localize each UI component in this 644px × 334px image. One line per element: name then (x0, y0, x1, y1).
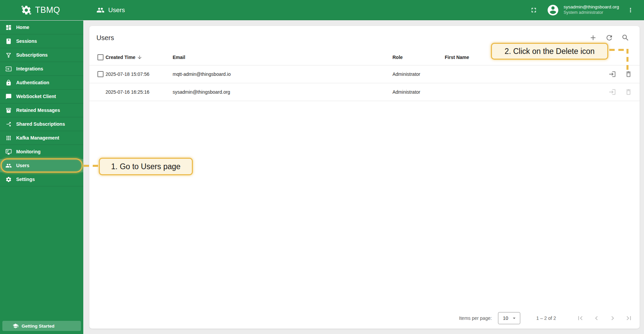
page-title: Users (96, 34, 114, 42)
select-all-checkbox[interactable] (97, 54, 104, 60)
annotation-callout-step1: 1. Go to Users page (99, 158, 193, 175)
sidebar-item-websocket-client[interactable]: WebSocket Client (0, 90, 83, 103)
sidebar-item-users[interactable]: Users (0, 159, 83, 173)
refresh-button[interactable] (603, 31, 616, 44)
apps-grid-icon (5, 134, 12, 141)
sidebar-item-label: Home (16, 25, 29, 30)
sidebar-item-kafka-management[interactable]: Kafka Management (0, 131, 83, 145)
users-group-icon (5, 162, 12, 169)
sidebar-item-label: WebSocket Client (16, 94, 56, 99)
sidebar-item-shared-subscriptions[interactable]: Shared Subscriptions (0, 117, 83, 131)
previous-page-button[interactable] (590, 311, 603, 325)
archive-icon (5, 107, 12, 114)
fullscreen-button[interactable] (527, 3, 540, 17)
add-user-button[interactable] (586, 31, 600, 44)
annotation-step1-text: 1. Go to Users page (111, 162, 181, 171)
next-page-button[interactable] (606, 311, 619, 325)
breadcrumb-label: Users (108, 6, 125, 14)
sidebar-item-label: Integrations (16, 66, 43, 71)
page-range-label: 1 – 2 of 2 (536, 315, 556, 321)
search-button[interactable] (619, 31, 632, 44)
user-role: System administrator (563, 10, 619, 16)
sidebar-item-label: Settings (16, 177, 35, 182)
first-page-button[interactable] (574, 311, 587, 325)
cell-email: mqtt-admin@thingsboard.io (173, 71, 231, 77)
sidebar-item-label: Kafka Management (16, 135, 59, 141)
column-header-role[interactable]: Role (392, 55, 403, 60)
users-table-card: Users Created Time Email (89, 26, 640, 329)
login-as-user-button-disabled (608, 88, 616, 96)
header-actions: sysadmin@thingsboard.org System administ… (527, 3, 644, 17)
cell-role: Administrator (392, 71, 420, 77)
sidebar: Home Sessions Subscriptions Integrations… (0, 21, 83, 334)
more-menu-button[interactable] (624, 3, 637, 17)
paginator: Items per page: 10 1 – 2 of 2 (89, 308, 640, 329)
lock-icon (5, 79, 12, 86)
top-header: TBMQ Users sysadmin@thingsboard.org Syst… (0, 0, 644, 20)
monitor-icon (5, 148, 12, 155)
cell-role: Administrator (392, 89, 420, 95)
cell-created-time: 2025-07-18 15:07:56 (106, 71, 149, 77)
sidebar-item-sessions[interactable]: Sessions (0, 34, 83, 48)
chevron-down-icon (511, 315, 517, 321)
chat-icon (5, 93, 12, 100)
items-per-page-label: Items per page: (459, 315, 492, 321)
cell-email: sysadmin@thingsboard.org (173, 89, 230, 95)
app-logo[interactable]: TBMQ (0, 5, 83, 16)
user-info: sysadmin@thingsboard.org System administ… (563, 4, 619, 16)
sidebar-item-label: Retained Messages (16, 108, 60, 113)
sidebar-item-authentication[interactable]: Authentication (0, 76, 83, 90)
cell-created-time: 2025-07-16 16:25:16 (106, 89, 149, 95)
sidebar-item-label: Sessions (16, 38, 37, 44)
column-header-email[interactable]: Email (173, 55, 185, 60)
sidebar-item-integrations[interactable]: Integrations (0, 62, 83, 76)
avatar[interactable] (547, 4, 559, 17)
user-email: sysadmin@thingsboard.org (563, 4, 619, 10)
annotation-step2-text: 2. Click on the Delete icon (504, 47, 594, 56)
book-icon (5, 38, 12, 44)
sidebar-item-label: Shared Subscriptions (16, 121, 65, 127)
app-name: TBMQ (35, 5, 60, 15)
breadcrumb: Users (96, 6, 125, 14)
login-as-user-button[interactable] (608, 70, 616, 78)
page-size-select[interactable]: 10 (498, 312, 520, 324)
getting-started-label: Getting Started (22, 324, 55, 329)
column-header-created-time[interactable]: Created Time (106, 55, 135, 60)
sidebar-item-retained-messages[interactable]: Retained Messages (0, 103, 83, 117)
filter-icon (5, 52, 12, 58)
table-row[interactable]: 2025-07-18 15:07:56 mqtt-admin@thingsboa… (89, 65, 640, 83)
input-icon (5, 65, 12, 72)
column-header-first-name[interactable]: First Name (445, 55, 469, 60)
table-row[interactable]: 2025-07-16 16:25:16 sysadmin@thingsboard… (89, 83, 640, 101)
users-group-icon (96, 6, 105, 14)
sidebar-item-label: Authentication (16, 80, 49, 85)
delete-user-button-disabled (624, 88, 633, 96)
sidebar-item-settings[interactable]: Settings (0, 173, 83, 186)
last-page-button[interactable] (622, 311, 636, 325)
school-cap-icon (12, 323, 19, 329)
annotation-callout-step2: 2. Click on the Delete icon (491, 43, 608, 60)
sidebar-item-label: Subscriptions (16, 52, 48, 58)
tbmq-gear-logo-icon (21, 5, 32, 16)
sidebar-item-label: Monitoring (16, 149, 40, 154)
table-toolbar (586, 31, 633, 44)
sidebar-item-monitoring[interactable]: Monitoring (0, 145, 83, 159)
main-content: Users Created Time Email (83, 20, 644, 334)
gear-icon (5, 176, 12, 183)
sidebar-item-home[interactable]: Home (0, 21, 83, 34)
page-size-value: 10 (503, 315, 508, 321)
getting-started-button[interactable]: Getting Started (2, 321, 81, 331)
call-split-icon (5, 121, 12, 127)
sidebar-item-label: Users (16, 163, 29, 168)
sort-descending-icon[interactable] (137, 55, 142, 60)
dashboard-icon (5, 24, 12, 31)
delete-user-button[interactable] (624, 70, 633, 78)
row-checkbox[interactable] (97, 71, 104, 77)
sidebar-item-subscriptions[interactable]: Subscriptions (0, 48, 83, 62)
